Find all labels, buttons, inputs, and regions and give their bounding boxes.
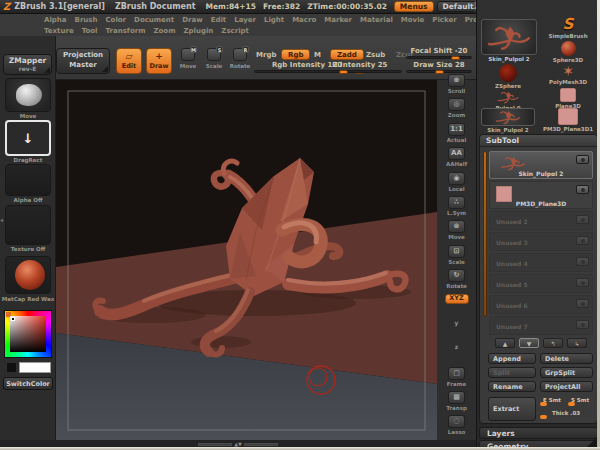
menu-tool[interactable]: Tool (78, 26, 102, 36)
zadd-button[interactable]: Zadd (330, 49, 364, 60)
visibility-eye-icon[interactable] (576, 215, 589, 224)
menu-material[interactable]: Material (356, 15, 397, 25)
shelf-rotate-button[interactable]: ↻ Rotate (442, 269, 472, 293)
active-tool-thumbnail[interactable] (481, 19, 537, 55)
shelf-aahalf-button[interactable]: AA AAHalf (442, 147, 472, 171)
menu-transform[interactable]: Transform (102, 26, 150, 36)
shelf-transp-button[interactable]: ▩ Transp (442, 391, 472, 415)
layers-section-header[interactable]: Layers (479, 427, 598, 439)
zsub-button[interactable]: Zsub (366, 51, 385, 59)
menu-zplugin[interactable]: Zplugin (179, 26, 217, 36)
menu-zoom[interactable]: Zoom (149, 26, 179, 36)
draw-button[interactable]: + Draw (146, 48, 172, 74)
rename-button[interactable]: Rename (488, 381, 536, 392)
shelf-lsym-button[interactable]: ∴ L.Sym (442, 196, 472, 220)
menu-document[interactable]: Document (130, 15, 178, 25)
current-alpha-swatch[interactable] (5, 164, 51, 196)
subtool-item-unused[interactable]: Unused 2 (489, 211, 593, 230)
focal-shift-slider[interactable]: Focal Shift -20 (406, 47, 472, 60)
visibility-eye-icon[interactable] (576, 320, 589, 329)
m-button[interactable]: M (314, 51, 321, 59)
menu-edit[interactable]: Edit (207, 15, 231, 25)
shelf-actual-button[interactable]: 1:1 Actual (442, 123, 472, 147)
canvas-3d-view[interactable] (56, 80, 437, 440)
move-button[interactable]: M Move (176, 48, 200, 75)
visibility-eye-icon[interactable] (576, 299, 589, 308)
subtool-item-unused[interactable]: Unused 4 (489, 253, 593, 272)
menu-movie[interactable]: Movie (397, 15, 429, 25)
tool-polymesh3d[interactable]: ✶ PolyMesh3D (539, 64, 597, 85)
split-button[interactable]: Split (488, 367, 536, 378)
scale-button[interactable]: S Scale (202, 48, 226, 75)
switch-color-button[interactable]: SwitchColor (3, 377, 53, 390)
menu-texture[interactable]: Texture (40, 26, 78, 36)
shelf-frame-button[interactable]: ▢ Frame (442, 367, 472, 391)
subtool-scrollbar[interactable] (483, 151, 487, 317)
resize-corner-icon[interactable] (587, 437, 597, 447)
color-picker[interactable] (4, 310, 52, 358)
menu-brush[interactable]: Brush (71, 15, 102, 25)
menu-macro[interactable]: Macro (288, 15, 320, 25)
projection-master-button[interactable]: Projection Master (56, 48, 110, 74)
s-smt-slider[interactable]: S Smt (568, 397, 592, 403)
move-down-button[interactable]: ▼ (519, 338, 539, 348)
append-button[interactable]: Append (488, 353, 536, 364)
shelf-y-button[interactable]: y (442, 318, 472, 342)
subtool-item-unused[interactable]: Unused 5 (489, 274, 593, 293)
menu-light[interactable]: Light (260, 15, 288, 25)
grpsplit-button[interactable]: GrpSplit (540, 367, 593, 378)
duplicate-down-button[interactable]: ↳ (567, 338, 587, 348)
tool-zsphere[interactable]: ZSphere (479, 64, 537, 89)
rotate-button[interactable]: R Rotate (228, 48, 252, 75)
menu-color[interactable]: Color (101, 15, 130, 25)
current-texture-swatch[interactable] (5, 205, 51, 245)
visibility-eye-icon[interactable] (576, 185, 589, 194)
z-intensity-slider[interactable]: Z Intensity 25 (318, 61, 402, 74)
visibility-eye-icon[interactable] (576, 236, 589, 245)
move-up-button[interactable]: ▲ (495, 338, 515, 348)
rgb-button[interactable]: Rgb (281, 49, 310, 60)
extract-button[interactable]: Extract (488, 397, 536, 421)
shelf-xyz-button[interactable]: XYZ (442, 294, 472, 318)
focal-shift-handle[interactable] (451, 56, 460, 60)
menu-marker[interactable]: Marker (320, 15, 356, 25)
thick-slider[interactable]: Thick .03 (540, 410, 592, 416)
z-intensity-handle[interactable] (339, 70, 348, 74)
tool-plane3d[interactable]: Plane3D (539, 88, 597, 109)
menu-zscript[interactable]: Zscript (217, 26, 253, 36)
tool-sphere3d[interactable]: Sphere3D (539, 41, 597, 63)
current-stroke-swatch[interactable]: ↓ (5, 120, 51, 156)
delete-button[interactable]: Delete (540, 353, 593, 364)
tool-simplebrush[interactable]: S SimpleBrush (539, 17, 597, 39)
subtool-item-unused[interactable]: Unused 7 (489, 316, 593, 335)
zmapper-button[interactable]: ZMapper rev-E (3, 54, 52, 75)
tool-skin-pulpol2[interactable]: Skin_Pulpol 2 (479, 108, 537, 133)
subtool-header[interactable]: SubTool (480, 135, 597, 147)
menu-alpha[interactable]: Alpha (40, 15, 71, 25)
visibility-eye-icon[interactable] (576, 155, 589, 164)
shelf-local-button[interactable]: ◉ Local (442, 172, 472, 196)
subtool-item-unused[interactable]: Unused 6 (489, 295, 593, 314)
shelf-z-button[interactable]: z (442, 342, 472, 366)
edit-button[interactable]: ▱ Edit (116, 48, 142, 74)
mrgb-button[interactable]: Mrgb (256, 51, 276, 59)
subtool-item-skin-pulpol2[interactable]: Skin_Pulpol 2 (489, 151, 593, 179)
main-color-swatch[interactable] (19, 362, 51, 373)
draw-size-slider[interactable]: Draw Size 28 (406, 61, 472, 74)
menu-draw[interactable]: Draw (178, 15, 206, 25)
shelf-zoom-button[interactable]: ◎ Zoom (442, 98, 472, 122)
menu-layer[interactable]: Layer (230, 15, 260, 25)
shelf-scale-button[interactable]: ⊡ Scale (442, 245, 472, 269)
current-brush-swatch[interactable] (5, 78, 51, 112)
menus-button[interactable]: Menus (394, 1, 434, 12)
subtool-item-pm3d-plane3d[interactable]: PM3D_Plane3D (489, 181, 593, 209)
tray-collapse-handle[interactable]: ◂ (0, 216, 3, 223)
tool-pm3d-plane3d1[interactable]: PM3D_Plane3D1 (539, 108, 597, 132)
duplicate-up-button[interactable]: ↰ (543, 338, 563, 348)
subtool-item-unused[interactable]: Unused 3 (489, 232, 593, 251)
shelf-scroll-button[interactable]: ⊕ Scroll (442, 74, 472, 98)
saturation-square[interactable] (10, 316, 46, 352)
visibility-eye-icon[interactable] (576, 257, 589, 266)
menu-picker[interactable]: Picker (428, 15, 460, 25)
secondary-color-swatch[interactable] (6, 362, 17, 373)
